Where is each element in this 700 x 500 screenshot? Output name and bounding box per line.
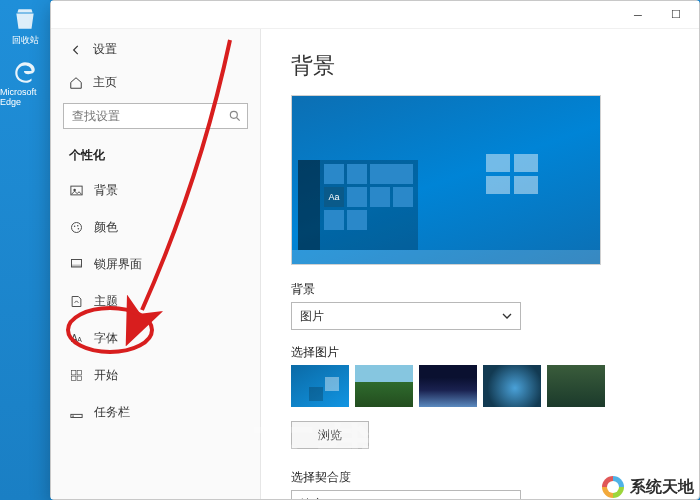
background-preview: Aa — [291, 95, 601, 265]
search-wrap — [51, 97, 260, 137]
fonts-icon: AA — [69, 331, 84, 346]
nav-background-label: 背景 — [94, 182, 118, 199]
recycle-bin-label: 回收站 — [12, 34, 39, 47]
thumbnail-2[interactable] — [355, 365, 413, 407]
chevron-down-icon — [502, 311, 512, 321]
background-label: 背景 — [291, 281, 669, 298]
sidebar-header: 设置 — [51, 37, 260, 68]
svg-point-5 — [74, 226, 76, 228]
watermark: 系统天地 — [602, 476, 694, 498]
background-type-select[interactable]: 图片 — [291, 302, 521, 330]
watermark-logo-icon — [602, 476, 624, 498]
nav-taskbar-label: 任务栏 — [94, 404, 130, 421]
palette-icon — [69, 220, 84, 235]
nav-background[interactable]: 背景 — [51, 172, 260, 209]
svg-text:A: A — [77, 336, 82, 343]
edge-icon — [12, 59, 38, 85]
themes-icon — [69, 294, 84, 309]
watermark-text: 系统天地 — [630, 477, 694, 498]
picture-icon — [69, 183, 84, 198]
maximize-button[interactable]: ☐ — [659, 4, 693, 26]
back-icon[interactable] — [69, 43, 83, 57]
home-label: 主页 — [93, 74, 117, 91]
sidebar-nav: 背景 颜色 锁屏界面 主题 AA 字体 — [51, 172, 260, 431]
titlebar: ─ ☐ — [51, 1, 699, 29]
svg-rect-17 — [72, 416, 74, 417]
nav-start-label: 开始 — [94, 367, 118, 384]
recycle-bin-icon — [12, 6, 38, 32]
thumbnail-3[interactable] — [419, 365, 477, 407]
settings-sidebar: 设置 主页 个性化 背景 颜色 — [51, 29, 261, 499]
search-input[interactable] — [63, 103, 248, 129]
thumbnail-1[interactable] — [291, 365, 349, 407]
windows-logo-icon — [486, 154, 540, 196]
settings-window: ─ ☐ 设置 主页 个性化 背景 — [50, 0, 700, 500]
fit-value: 填充 — [300, 496, 324, 500]
nav-colors-label: 颜色 — [94, 219, 118, 236]
sidebar-home[interactable]: 主页 — [51, 68, 260, 97]
edge-desktop-icon[interactable]: Microsoft Edge — [0, 53, 50, 113]
nav-fonts-label: 字体 — [94, 330, 118, 347]
svg-rect-12 — [72, 371, 76, 375]
svg-rect-9 — [72, 265, 82, 268]
svg-point-0 — [230, 111, 237, 118]
svg-rect-15 — [77, 376, 81, 380]
minimize-button[interactable]: ─ — [621, 4, 655, 26]
preview-start-menu: Aa — [298, 160, 418, 250]
desktop: 回收站 Microsoft Edge — [0, 0, 50, 500]
nav-themes[interactable]: 主题 — [51, 283, 260, 320]
svg-rect-14 — [72, 376, 76, 380]
window-title: 设置 — [93, 41, 117, 58]
nav-lockscreen[interactable]: 锁屏界面 — [51, 246, 260, 283]
preview-taskbar — [292, 250, 600, 264]
nav-start[interactable]: 开始 — [51, 357, 260, 394]
svg-point-4 — [72, 223, 82, 233]
nav-fonts[interactable]: AA 字体 — [51, 320, 260, 357]
fit-select[interactable]: 填充 — [291, 490, 521, 499]
svg-line-1 — [237, 118, 240, 121]
nav-colors[interactable]: 颜色 — [51, 209, 260, 246]
lockscreen-icon — [69, 257, 84, 272]
svg-rect-13 — [77, 371, 81, 375]
picture-thumbnails — [291, 365, 669, 407]
home-icon — [69, 76, 83, 90]
search-icon — [228, 109, 242, 123]
start-icon — [69, 368, 84, 383]
nav-lockscreen-label: 锁屏界面 — [94, 256, 142, 273]
svg-point-7 — [78, 228, 80, 230]
section-title: 个性化 — [51, 137, 260, 168]
svg-point-6 — [77, 225, 79, 227]
taskbar-icon — [69, 405, 84, 420]
choose-picture-label: 选择图片 — [291, 344, 669, 361]
preview-sample-text: Aa — [324, 187, 344, 207]
browse-button[interactable]: 浏览 — [291, 421, 369, 449]
thumbnail-4[interactable] — [483, 365, 541, 407]
main-content: 背景 Aa 背景 图片 选择图片 — [261, 29, 699, 499]
nav-themes-label: 主题 — [94, 293, 118, 310]
thumbnail-5[interactable] — [547, 365, 605, 407]
background-type-value: 图片 — [300, 308, 324, 325]
page-title: 背景 — [291, 51, 669, 81]
nav-taskbar[interactable]: 任务栏 — [51, 394, 260, 431]
recycle-bin-desktop-icon[interactable]: 回收站 — [0, 0, 50, 53]
edge-label: Microsoft Edge — [0, 87, 50, 107]
